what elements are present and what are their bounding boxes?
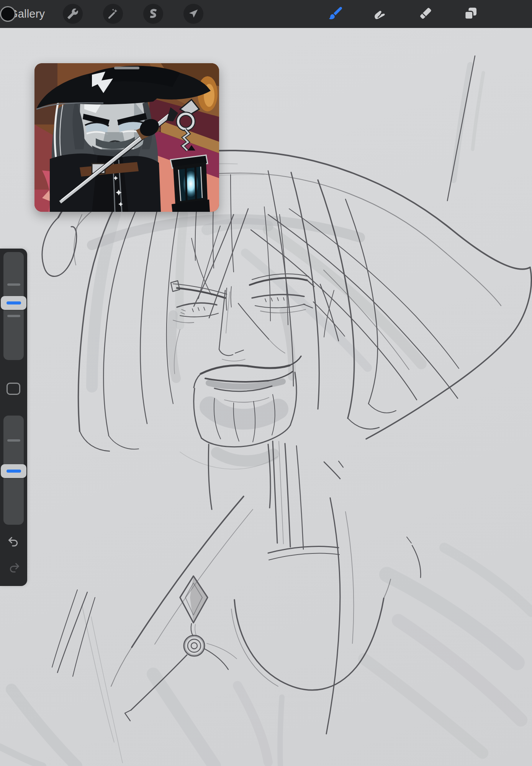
undo-button[interactable] — [7, 536, 20, 549]
slider-tick — [7, 439, 20, 442]
drawing-canvas[interactable] — [0, 28, 532, 766]
layers-button[interactable] — [463, 7, 478, 22]
paint-tool-button[interactable] — [328, 7, 343, 22]
redo-button[interactable] — [8, 562, 21, 575]
reference-image-panel[interactable] — [34, 63, 219, 212]
smudge-finger-icon — [372, 6, 387, 22]
modify-button[interactable] — [7, 383, 20, 395]
magic-wand-icon — [107, 8, 119, 20]
slider-tick — [7, 283, 20, 286]
actions-button[interactable] — [63, 4, 83, 24]
wrench-icon — [67, 8, 79, 20]
opacity-handle[interactable] — [1, 464, 26, 478]
handle-accent-bar — [7, 301, 21, 304]
reference-drag-handle[interactable] — [114, 67, 139, 69]
redo-icon — [8, 562, 20, 576]
selection-button[interactable] — [143, 4, 163, 24]
brush-size-handle[interactable] — [1, 296, 26, 310]
handle-accent-bar — [7, 470, 21, 473]
layers-icon — [463, 6, 478, 22]
top-toolbar: Gallery — [0, 0, 532, 28]
selection-s-icon — [147, 8, 159, 20]
smudge-tool-button[interactable] — [372, 7, 387, 22]
eraser-icon — [418, 6, 433, 22]
transform-arrow-icon — [188, 8, 199, 20]
erase-tool-button[interactable] — [418, 7, 433, 22]
brush-icon — [328, 6, 343, 23]
color-swatch-button[interactable] — [0, 6, 16, 22]
transform-button[interactable] — [183, 4, 203, 24]
reference-image — [34, 63, 219, 212]
undo-icon — [7, 536, 20, 550]
adjustments-button[interactable] — [103, 4, 123, 24]
slider-tick — [7, 315, 20, 317]
sidebar-tools — [0, 249, 27, 586]
